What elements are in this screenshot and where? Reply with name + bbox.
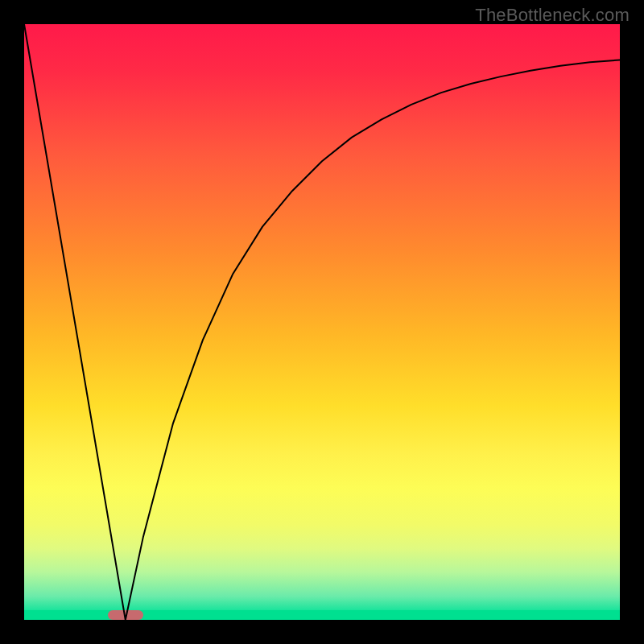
chart-frame: TheBottleneck.com (0, 0, 644, 644)
plot-area (24, 24, 620, 620)
bottleneck-curve (24, 24, 620, 620)
watermark-text: TheBottleneck.com (475, 5, 630, 26)
